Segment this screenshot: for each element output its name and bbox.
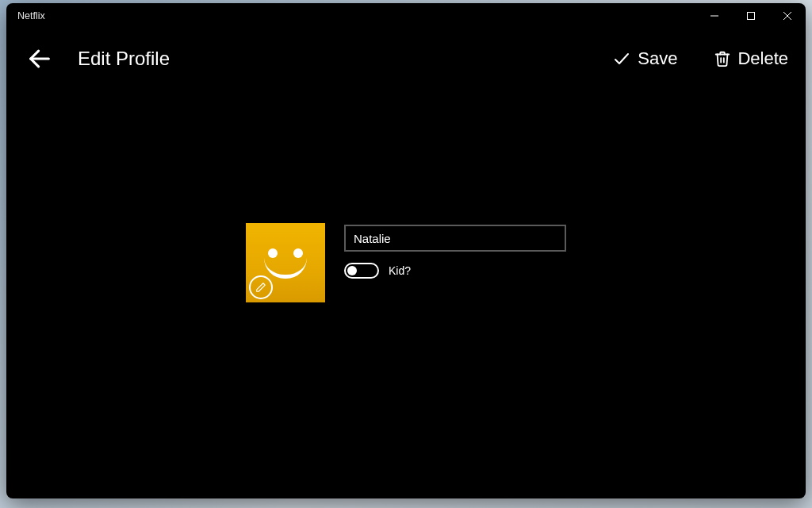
avatar-container[interactable] — [246, 223, 325, 302]
profile-editor: Kid? — [246, 223, 566, 302]
profile-name-input[interactable] — [344, 225, 566, 252]
toggle-knob — [347, 266, 357, 275]
page-header: Edit Profile Save Delete — [6, 29, 806, 75]
avatar-eye-right — [293, 248, 303, 258]
svg-rect-1 — [748, 13, 755, 20]
window-controls — [696, 3, 806, 29]
save-label: Save — [638, 48, 677, 69]
close-button[interactable] — [769, 3, 806, 29]
pencil-icon — [255, 282, 266, 293]
back-button[interactable] — [24, 43, 56, 75]
trash-icon — [714, 49, 731, 68]
delete-button[interactable]: Delete — [714, 48, 788, 69]
avatar-eye-left — [268, 248, 278, 258]
maximize-button[interactable] — [733, 3, 769, 29]
minimize-button[interactable] — [696, 3, 733, 29]
kid-toggle-row: Kid? — [344, 263, 566, 279]
check-icon — [612, 49, 631, 68]
save-button[interactable]: Save — [612, 48, 677, 69]
page-title: Edit Profile — [78, 48, 170, 70]
edit-avatar-button[interactable] — [249, 275, 273, 299]
profile-fields: Kid? — [344, 223, 566, 279]
arrow-left-icon — [26, 45, 53, 72]
app-window: Netflix Edit Profile Save — [6, 3, 806, 498]
kid-toggle[interactable] — [344, 263, 379, 279]
main-content: Kid? — [6, 75, 806, 498]
kid-label: Kid? — [389, 264, 411, 277]
delete-label: Delete — [737, 48, 788, 69]
avatar-mouth — [264, 258, 307, 279]
titlebar: Netflix — [6, 3, 806, 29]
window-title: Netflix — [17, 10, 45, 21]
